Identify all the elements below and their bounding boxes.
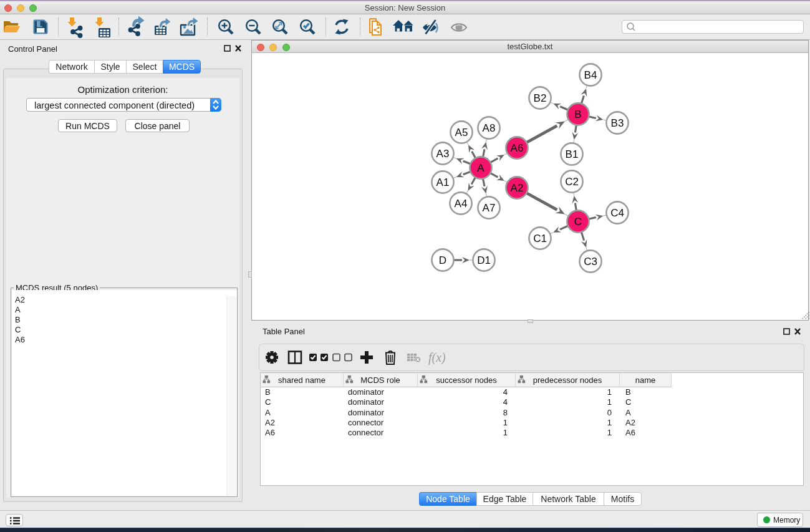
svg-text:A7: A7 [483, 202, 496, 214]
svg-text:A3: A3 [436, 148, 450, 160]
svg-text:B2: B2 [534, 92, 547, 104]
svg-text:D: D [439, 254, 446, 266]
svg-text:A2: A2 [511, 182, 524, 194]
svg-text:A4: A4 [455, 198, 468, 210]
svg-text:C2: C2 [565, 176, 579, 188]
svg-text:B: B [574, 109, 581, 120]
svg-text:A6: A6 [511, 142, 524, 154]
svg-text:A: A [477, 162, 485, 174]
svg-text:B4: B4 [584, 69, 597, 81]
svg-text:C3: C3 [584, 256, 597, 268]
svg-text:A8: A8 [483, 122, 496, 134]
svg-text:A5: A5 [455, 127, 468, 138]
svg-text:A1: A1 [436, 177, 450, 188]
svg-text:C: C [574, 216, 582, 228]
svg-text:C4: C4 [610, 207, 624, 219]
svg-text:f(x): f(x) [428, 351, 446, 365]
svg-text:D1: D1 [477, 254, 491, 266]
svg-text:B3: B3 [611, 117, 624, 129]
svg-text:C1: C1 [533, 233, 547, 244]
svg-text:B1: B1 [566, 148, 579, 160]
